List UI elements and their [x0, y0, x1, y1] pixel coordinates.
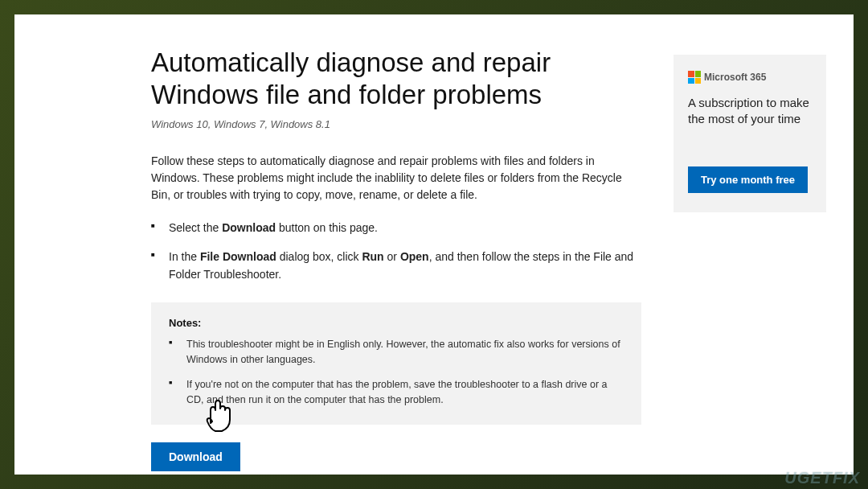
download-button[interactable]: Download	[151, 442, 240, 471]
promo-text: A subscription to make the most of your …	[688, 95, 812, 128]
watermark: UGETFIX	[784, 469, 860, 487]
microsoft-logo-icon	[688, 71, 701, 84]
step-text: In the	[169, 250, 200, 263]
content-row: Automatically diagnose and repair Window…	[151, 47, 821, 471]
step-text: dialog box, click	[276, 250, 362, 263]
step-bold: Run	[362, 250, 383, 263]
try-free-button[interactable]: Try one month free	[688, 166, 808, 193]
note-item: If you're not on the computer that has t…	[169, 377, 624, 408]
note-item: This troubleshooter might be in English …	[169, 337, 624, 368]
notes-title: Notes:	[169, 317, 624, 329]
step-bold: Open	[400, 250, 429, 263]
step-bold: File Download	[200, 250, 276, 263]
microsoft-365-logo: Microsoft 365	[688, 71, 812, 84]
step-item: Select the Download button on this page.	[151, 220, 641, 237]
main-column: Automatically diagnose and repair Window…	[151, 47, 641, 471]
intro-paragraph: Follow these steps to automatically diag…	[151, 153, 641, 203]
steps-list: Select the Download button on this page.…	[151, 220, 641, 283]
notes-list: This troubleshooter might be in English …	[169, 337, 624, 407]
page-frame: Automatically diagnose and repair Window…	[14, 14, 854, 475]
side-column: Microsoft 365 A subscription to make the…	[674, 47, 826, 471]
promo-card: Microsoft 365 A subscription to make the…	[674, 55, 826, 212]
promo-brand: Microsoft 365	[704, 72, 766, 83]
notes-box: Notes: This troubleshooter might be in E…	[151, 302, 641, 425]
step-text: button on this page.	[276, 221, 378, 234]
page-title: Automatically diagnose and repair Window…	[151, 47, 641, 110]
applies-to-subtitle: Windows 10, Windows 7, Windows 8.1	[151, 118, 641, 130]
step-bold: Download	[222, 221, 276, 234]
step-item: In the File Download dialog box, click R…	[151, 249, 641, 283]
step-text: Select the	[169, 221, 222, 234]
step-text: or	[384, 250, 400, 263]
